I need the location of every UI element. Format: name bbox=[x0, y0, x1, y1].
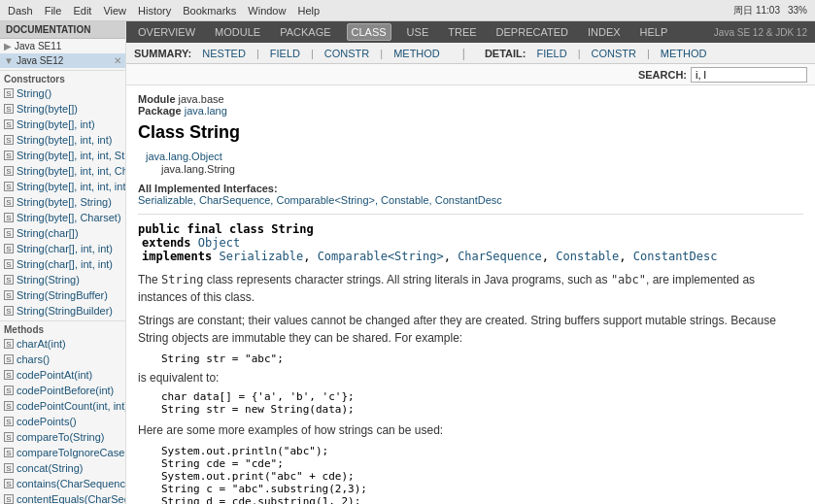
method-chars[interactable]: Schars() bbox=[0, 352, 125, 367]
method-detail-link[interactable]: METHOD bbox=[658, 47, 710, 60]
class-hierarchy: java.lang.Object java.lang.String bbox=[138, 151, 803, 175]
sidebar-nav-java11[interactable]: ▶ Java SE11 bbox=[0, 39, 125, 53]
nav-package[interactable]: PACKAGE bbox=[276, 24, 334, 40]
code-example-3: System.out.println("abc"); String cde = … bbox=[161, 445, 803, 504]
battery: 33% bbox=[788, 5, 807, 16]
constructor-string-5[interactable]: SString(byte[], int, int, Char... bbox=[0, 163, 125, 179]
constructor-string-7[interactable]: SString(byte[], String) bbox=[0, 194, 125, 210]
constructor-string-sb[interactable]: SString(StringBuffer) bbox=[0, 287, 125, 303]
class-declaration: public final class String extends Object… bbox=[138, 222, 803, 263]
constructor-string-byte-int-int[interactable]: SString(byte[], int, int) bbox=[0, 132, 125, 148]
menu-file[interactable]: File bbox=[45, 5, 62, 17]
module-name: java.base bbox=[179, 93, 224, 105]
interfaces-list: Serializable, CharSequence, Comparable<S… bbox=[138, 194, 502, 206]
constructor-string-byte-int[interactable]: SString(byte[], int) bbox=[0, 117, 125, 132]
is-equivalent-to: is equivalent to: bbox=[138, 371, 803, 385]
menu-edit[interactable]: Edit bbox=[73, 5, 91, 17]
description-2: Strings are constant; their values canno… bbox=[138, 312, 803, 347]
sidebar-nav-java12[interactable]: ▼ Java SE12 ✕ bbox=[0, 53, 125, 68]
method-codepointcount[interactable]: ScodePointCount(int, int) bbox=[0, 398, 125, 414]
nav-index[interactable]: INDEX bbox=[584, 24, 625, 40]
constructor-string-8[interactable]: SString(byte[], Charset) bbox=[0, 210, 125, 225]
constructor-string-string[interactable]: SString(String) bbox=[0, 272, 125, 287]
menu-dash[interactable]: Dash bbox=[8, 5, 33, 17]
description-1: The String class represents character st… bbox=[138, 271, 803, 306]
hierarchy-string: java.lang.String bbox=[146, 163, 803, 175]
documentation-header: DOCUMENTATION bbox=[0, 21, 125, 39]
class-title: Class String bbox=[138, 122, 803, 143]
menubar: Dash File Edit View History Bookmarks Wi… bbox=[0, 0, 815, 21]
code-example-1: String str = "abc"; bbox=[161, 353, 803, 365]
detail-label: DETAIL: bbox=[485, 48, 526, 59]
menu-view[interactable]: View bbox=[103, 5, 126, 17]
module-info: Module java.base Package java.lang bbox=[138, 93, 803, 117]
content-area: OVERVIEW MODULE PACKAGE CLASS USE TREE D… bbox=[126, 21, 815, 504]
methods-category: Methods bbox=[0, 320, 125, 336]
menu-history[interactable]: History bbox=[138, 5, 171, 17]
constructor-string-4[interactable]: SString(byte[], int, int, Stri... bbox=[0, 148, 125, 163]
nav-overview[interactable]: OVERVIEW bbox=[134, 24, 199, 40]
constructor-string-byte[interactable]: SString(byte[]) bbox=[0, 101, 125, 117]
nav-help[interactable]: HELP bbox=[636, 24, 672, 40]
method-codepointat[interactable]: ScodePointAt(int) bbox=[0, 367, 125, 383]
constructor-string-char-int-int[interactable]: SString(char[], int, int) bbox=[0, 241, 125, 256]
clock: 周日 11:03 bbox=[733, 4, 780, 17]
constructors-category: Constructors bbox=[0, 70, 125, 85]
code-example-2: char data[] = {'a', 'b', 'c'}; String st… bbox=[161, 390, 803, 416]
method-comparetoignorecase[interactable]: ScompareToIgnoreCase(String) bbox=[0, 445, 125, 460]
page-content: Module java.base Package java.lang Class… bbox=[126, 85, 815, 504]
nav-deprecated[interactable]: DEPRECATED bbox=[492, 24, 572, 40]
constr-detail-link[interactable]: CONSTR bbox=[589, 47, 639, 60]
field-detail-link[interactable]: FIELD bbox=[534, 47, 570, 60]
interfaces-section: All Implemented Interfaces: Serializable… bbox=[138, 183, 803, 206]
description-3: Here are some more examples of how strin… bbox=[138, 421, 803, 439]
method-concat[interactable]: Sconcat(String) bbox=[0, 460, 125, 476]
java-version: Java SE 12 & JDK 12 bbox=[714, 27, 807, 38]
method-compareto[interactable]: ScompareTo(String) bbox=[0, 429, 125, 445]
menu-bookmarks[interactable]: Bookmarks bbox=[183, 5, 236, 17]
nested-link[interactable]: NESTED bbox=[199, 47, 249, 60]
method-link[interactable]: METHOD bbox=[391, 47, 443, 60]
menu-window[interactable]: Window bbox=[248, 5, 286, 17]
nav-tree[interactable]: TREE bbox=[444, 24, 480, 40]
method-contains[interactable]: Scontains(CharSequence) bbox=[0, 476, 125, 491]
constr-link[interactable]: CONSTR bbox=[322, 47, 372, 60]
hierarchy-object[interactable]: java.lang.Object bbox=[146, 151, 803, 162]
nav-module[interactable]: MODULE bbox=[211, 24, 264, 40]
search-input[interactable] bbox=[691, 67, 807, 83]
nav-use[interactable]: USE bbox=[403, 24, 433, 40]
package-name: java.lang bbox=[185, 105, 227, 117]
constructor-string-char[interactable]: SString(char[]) bbox=[0, 225, 125, 241]
constructor-string[interactable]: SString() bbox=[0, 85, 125, 101]
search-label: SEARCH: bbox=[638, 69, 687, 81]
method-codepointbefore[interactable]: ScodePointBefore(int) bbox=[0, 383, 125, 398]
main-layout: DOCUMENTATION ▶ Java SE11 ▼ Java SE12 ✕ … bbox=[0, 21, 815, 504]
top-nav: OVERVIEW MODULE PACKAGE CLASS USE TREE D… bbox=[126, 21, 815, 43]
constructor-string-char-int-int-2[interactable]: SString(char[], int, int) bbox=[0, 256, 125, 272]
method-charat[interactable]: ScharAt(int) bbox=[0, 336, 125, 352]
method-codepoints[interactable]: ScodePoints() bbox=[0, 414, 125, 429]
menu-help[interactable]: Help bbox=[297, 5, 320, 17]
search-bar: SEARCH: bbox=[126, 64, 815, 85]
sidebar: DOCUMENTATION ▶ Java SE11 ▼ Java SE12 ✕ … bbox=[0, 21, 126, 504]
field-link[interactable]: FIELD bbox=[267, 47, 303, 60]
constructor-string-sbuilder[interactable]: SString(StringBuilder) bbox=[0, 303, 125, 319]
menubar-right: 周日 11:03 33% bbox=[733, 4, 807, 17]
summary-label: SUMMARY: bbox=[134, 48, 191, 59]
nav-class[interactable]: CLASS bbox=[347, 23, 391, 41]
sub-nav: SUMMARY: NESTED | FIELD | CONSTR | METHO… bbox=[126, 43, 815, 64]
method-contentequals-cs[interactable]: ScontentEquals(CharSequence) bbox=[0, 491, 125, 504]
constructor-string-6[interactable]: SString(byte[], int, int, int,... bbox=[0, 179, 125, 194]
